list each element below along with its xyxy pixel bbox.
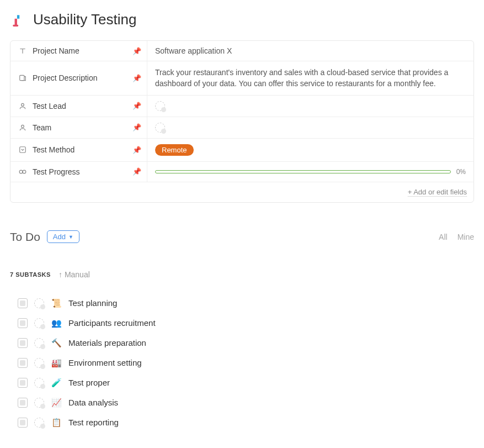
- field-label: Test Progress 📌: [10, 162, 147, 182]
- sort-button[interactable]: ↑ Manual: [58, 270, 90, 279]
- task-assignee-icon[interactable]: [34, 378, 44, 388]
- fields-panel: Project Name 📌 Software application X Pr…: [10, 40, 474, 203]
- svg-point-3: [22, 125, 24, 128]
- pin-icon[interactable]: 📌: [132, 146, 141, 154]
- task-item[interactable]: 📋 Test reporting: [18, 413, 474, 433]
- method-badge: Remote: [155, 144, 194, 156]
- progress-percent: 0%: [456, 168, 466, 176]
- task-checkbox[interactable]: [18, 338, 28, 348]
- svg-rect-1: [20, 76, 24, 81]
- field-test-progress[interactable]: Test Progress 📌 0%: [10, 161, 474, 182]
- svg-point-6: [23, 170, 26, 173]
- filter-all[interactable]: All: [439, 233, 448, 241]
- svg-rect-4: [20, 147, 26, 153]
- field-team[interactable]: Team 📌: [10, 117, 474, 138]
- person-icon: [17, 124, 28, 131]
- task-emoji-icon: 📋: [51, 418, 62, 428]
- progress-icon: [17, 168, 28, 176]
- subtask-count: 7 SUBTASKS: [10, 271, 51, 278]
- field-test-method[interactable]: Test Method 📌 Remote: [10, 138, 474, 161]
- todo-title: To Do: [10, 230, 40, 244]
- field-test-lead[interactable]: Test Lead 📌: [10, 95, 474, 117]
- pin-icon[interactable]: 📌: [132, 74, 141, 82]
- task-item[interactable]: 🧪 Test proper: [18, 373, 474, 393]
- task-emoji-icon: 📜: [51, 298, 62, 308]
- task-emoji-icon: 🧪: [51, 378, 62, 388]
- task-assignee-icon[interactable]: [34, 358, 44, 368]
- task-name[interactable]: Data analysis: [68, 398, 118, 407]
- person-icon: [17, 102, 28, 110]
- task-assignee-icon[interactable]: [34, 418, 44, 428]
- task-name[interactable]: Test planning: [68, 298, 117, 308]
- task-checkbox[interactable]: [18, 418, 28, 428]
- task-item[interactable]: 🏭 Environment setting: [18, 353, 474, 373]
- field-project-description[interactable]: Project Description 📌 Track your restaur…: [10, 61, 474, 95]
- task-item[interactable]: 🔨 Materials preparation: [18, 333, 474, 353]
- task-name[interactable]: Materials preparation: [68, 338, 146, 347]
- add-edit-fields-link[interactable]: + Add or edit fields: [408, 188, 467, 197]
- fields-footer: + Add or edit fields: [10, 182, 474, 202]
- field-value[interactable]: [147, 96, 474, 117]
- task-item[interactable]: 👥 Participants recruitment: [18, 313, 474, 333]
- field-value[interactable]: Track your restaurant's inventory and sa…: [147, 61, 474, 95]
- text-icon: [17, 47, 28, 55]
- pin-icon[interactable]: 📌: [132, 102, 141, 110]
- field-value[interactable]: 0%: [147, 162, 474, 182]
- task-emoji-icon: 🔨: [51, 338, 62, 348]
- empty-assignee-icon[interactable]: [155, 123, 165, 133]
- add-button-label: Add: [53, 233, 66, 241]
- task-item[interactable]: 📜 Test planning: [18, 293, 474, 313]
- description-icon: [17, 74, 28, 82]
- task-name[interactable]: Participants recruitment: [68, 318, 156, 328]
- field-label: Test Lead 📌: [10, 96, 147, 117]
- sort-up-icon: ↑: [58, 270, 62, 279]
- sort-label: Manual: [65, 270, 90, 279]
- task-assignee-icon[interactable]: [34, 398, 44, 408]
- pin-icon[interactable]: 📌: [132, 47, 141, 55]
- task-checkbox[interactable]: [18, 318, 28, 328]
- page-icon: [10, 12, 25, 28]
- pin-icon[interactable]: 📌: [132, 123, 141, 131]
- task-checkbox[interactable]: [18, 298, 28, 308]
- todo-header: To Do Add ▼ All Mine: [10, 230, 474, 244]
- task-emoji-icon: 👥: [51, 318, 62, 328]
- task-name[interactable]: Test reporting: [68, 418, 119, 427]
- page-title: Usability Testing: [33, 11, 136, 28]
- todo-filters: All Mine: [439, 233, 474, 241]
- dropdown-icon: [17, 146, 28, 154]
- task-checkbox[interactable]: [18, 398, 28, 408]
- chevron-down-icon: ▼: [68, 234, 73, 240]
- progress-bar: [155, 170, 451, 173]
- field-label: Team 📌: [10, 117, 147, 138]
- field-value[interactable]: Remote: [147, 139, 474, 161]
- filter-mine[interactable]: Mine: [458, 233, 474, 241]
- task-emoji-icon: 🏭: [51, 358, 62, 368]
- task-list: 📜 Test planning 👥 Participants recruitme…: [10, 293, 474, 433]
- task-assignee-icon[interactable]: [34, 338, 44, 348]
- task-item[interactable]: 📈 Data analysis: [18, 393, 474, 413]
- task-name[interactable]: Test proper: [68, 378, 110, 387]
- task-assignee-icon[interactable]: [34, 298, 44, 308]
- pin-icon[interactable]: 📌: [132, 167, 141, 176]
- field-label: Project Name 📌: [10, 41, 147, 61]
- field-value[interactable]: [147, 117, 474, 138]
- task-assignee-icon[interactable]: [34, 318, 44, 328]
- add-button[interactable]: Add ▼: [47, 230, 79, 243]
- field-label: Test Method 📌: [10, 139, 147, 161]
- task-name[interactable]: Environment setting: [68, 358, 142, 367]
- page-header: Usability Testing: [10, 11, 474, 28]
- task-checkbox[interactable]: [18, 378, 28, 388]
- svg-rect-0: [13, 24, 18, 26]
- field-label: Project Description 📌: [10, 61, 147, 95]
- svg-point-2: [22, 103, 24, 106]
- subtask-bar: 7 SUBTASKS ↑ Manual: [10, 270, 474, 279]
- task-checkbox[interactable]: [18, 358, 28, 368]
- empty-assignee-icon[interactable]: [155, 101, 165, 111]
- task-emoji-icon: 📈: [51, 398, 62, 408]
- svg-point-5: [19, 170, 23, 173]
- field-project-name[interactable]: Project Name 📌 Software application X: [10, 41, 474, 61]
- field-value[interactable]: Software application X: [147, 41, 474, 61]
